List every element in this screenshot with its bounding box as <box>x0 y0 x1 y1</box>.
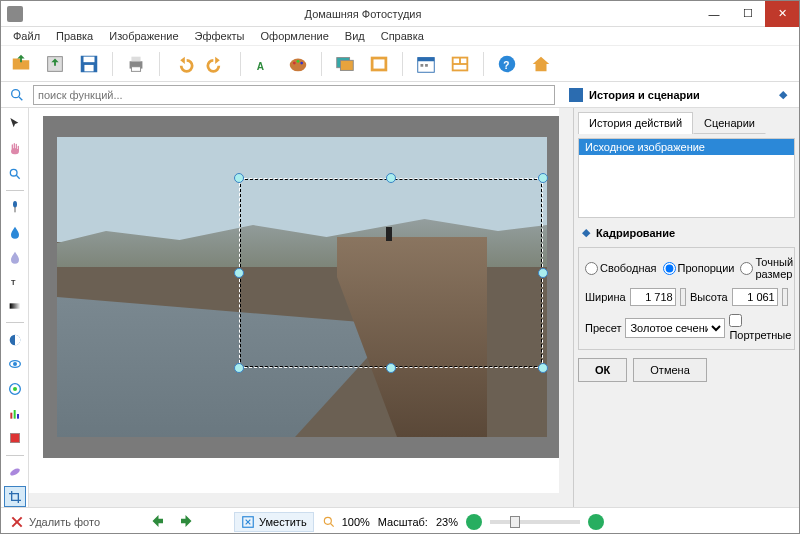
svg-rect-39 <box>10 412 12 418</box>
crop-handle-tl[interactable] <box>234 173 244 183</box>
crop-handle-mr[interactable] <box>538 268 548 278</box>
minimize-button[interactable]: — <box>697 1 731 27</box>
canvas-area <box>29 108 573 507</box>
svg-rect-22 <box>461 58 467 63</box>
prev-photo-button[interactable] <box>146 512 168 532</box>
crop-handle-br[interactable] <box>538 363 548 373</box>
fit-button[interactable]: Уместить <box>234 512 314 532</box>
redeye-tool-icon[interactable] <box>4 354 26 375</box>
levels-tool-icon[interactable] <box>4 403 26 424</box>
print-icon[interactable] <box>122 50 150 78</box>
menu-edit[interactable]: Правка <box>50 28 99 44</box>
detail-tool-icon[interactable] <box>4 428 26 449</box>
calendar-icon[interactable] <box>412 50 440 78</box>
undo-icon[interactable] <box>169 50 197 78</box>
frame-icon[interactable] <box>365 50 393 78</box>
contrast-tool-icon[interactable] <box>4 329 26 350</box>
zoom-in-button[interactable] <box>588 514 604 530</box>
crop-mode-proportions[interactable]: Пропорции <box>663 262 735 275</box>
ok-button[interactable]: ОК <box>578 358 627 382</box>
menu-image[interactable]: Изображение <box>103 28 184 44</box>
menu-help[interactable]: Справка <box>375 28 430 44</box>
crop-handle-bm[interactable] <box>386 363 396 373</box>
crop-handle-tr[interactable] <box>538 173 548 183</box>
preset-select[interactable]: Золотое сечени <box>625 318 725 338</box>
tab-history[interactable]: История действий <box>578 112 693 134</box>
drop-tool-icon[interactable] <box>4 222 26 243</box>
history-panel-title: История и сценарии <box>589 89 700 101</box>
menu-effects[interactable]: Эффекты <box>189 28 251 44</box>
history-panel-icon <box>569 88 583 102</box>
height-spinner[interactable] <box>782 288 788 306</box>
width-input[interactable] <box>630 288 676 306</box>
crop-mode-free[interactable]: Свободная <box>585 262 657 275</box>
close-button[interactable]: ✕ <box>765 1 799 27</box>
width-spinner[interactable] <box>680 288 686 306</box>
hand-tool-icon[interactable] <box>4 139 26 160</box>
gallery-icon[interactable] <box>331 50 359 78</box>
heal-tool-icon[interactable] <box>4 462 26 483</box>
collage-icon[interactable] <box>446 50 474 78</box>
height-input[interactable] <box>732 288 778 306</box>
crop-handle-tm[interactable] <box>386 173 396 183</box>
history-list[interactable]: Исходное изображение <box>578 138 795 218</box>
svg-point-45 <box>324 517 331 524</box>
svg-point-9 <box>293 61 296 64</box>
home-icon[interactable] <box>527 50 555 78</box>
text-icon[interactable]: A <box>250 50 278 78</box>
horizontal-scrollbar[interactable] <box>29 493 559 507</box>
maximize-button[interactable]: ☐ <box>731 1 765 27</box>
menu-view[interactable]: Вид <box>339 28 371 44</box>
crop-mode-exact[interactable]: Точный размер <box>740 256 793 280</box>
svg-rect-21 <box>454 58 460 63</box>
canvas-background <box>43 116 561 458</box>
crop-handle-ml[interactable] <box>234 268 244 278</box>
svg-rect-19 <box>425 64 428 67</box>
svg-point-38 <box>13 387 17 391</box>
zoom-tool-icon[interactable] <box>4 163 26 184</box>
blur-tool-icon[interactable] <box>4 246 26 267</box>
gradient-tool-icon[interactable] <box>4 296 26 317</box>
search-icon[interactable] <box>7 85 27 105</box>
svg-rect-17 <box>418 57 435 61</box>
search-input[interactable] <box>33 85 555 105</box>
window-title: Домашняя Фотостудия <box>29 8 697 20</box>
menu-decor[interactable]: Оформление <box>255 28 335 44</box>
collapse-icon[interactable]: ◆ <box>779 88 787 101</box>
scale-value: 23% <box>436 516 458 528</box>
redo-icon[interactable] <box>203 50 231 78</box>
svg-point-43 <box>9 467 21 477</box>
crop-tool-icon[interactable] <box>4 486 26 507</box>
history-item[interactable]: Исходное изображение <box>579 139 794 155</box>
palette-icon[interactable] <box>284 50 312 78</box>
zoom-100-label[interactable]: 100% <box>342 516 370 528</box>
cancel-button[interactable]: Отмена <box>633 358 706 382</box>
svg-rect-41 <box>17 414 19 419</box>
tab-scenarios[interactable]: Сценарии <box>693 112 766 134</box>
crop-handle-bl[interactable] <box>234 363 244 373</box>
help-icon[interactable]: ? <box>493 50 521 78</box>
next-photo-button[interactable] <box>176 512 198 532</box>
expand-icon[interactable]: ◆ <box>582 226 590 239</box>
open-icon[interactable] <box>7 50 35 78</box>
menu-file[interactable]: Файл <box>7 28 46 44</box>
svg-rect-13 <box>340 60 353 70</box>
color-tool-icon[interactable] <box>4 379 26 400</box>
zoom-slider-thumb[interactable] <box>510 516 520 528</box>
tool-palette: T <box>1 108 29 507</box>
svg-rect-31 <box>14 207 15 212</box>
pointer-tool-icon[interactable] <box>4 114 26 135</box>
zoom-100-icon[interactable] <box>322 515 336 529</box>
svg-point-11 <box>300 61 303 64</box>
delete-photo-button[interactable]: Удалить фото <box>9 514 100 530</box>
portrait-checkbox[interactable]: Портретные <box>729 314 791 341</box>
zoom-

-button[interactable] <box>466 514 482 530</box>
export-icon[interactable] <box>41 50 69 78</box>
zoom-slider[interactable] <box>490 520 580 524</box>
side-panel: История действий Сценарии Исходное изобр… <box>573 108 799 507</box>
vertical-scrollbar[interactable] <box>559 108 573 507</box>
save-icon[interactable] <box>75 50 103 78</box>
brush-tool-icon[interactable] <box>4 197 26 218</box>
text-tool-icon[interactable]: T <box>4 271 26 292</box>
crop-selection[interactable] <box>239 178 543 368</box>
